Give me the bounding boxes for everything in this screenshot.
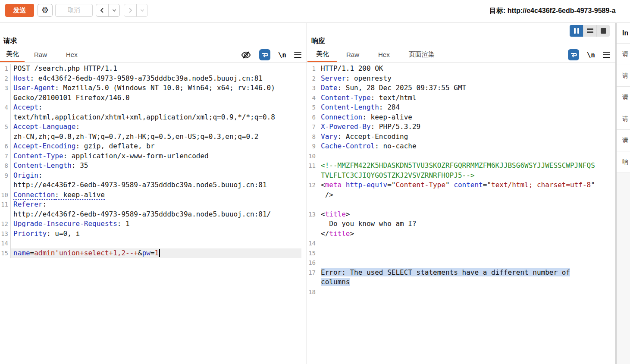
cancel-button[interactable]: 取消 [55, 4, 93, 17]
code-line[interactable]: 14 [307, 238, 615, 248]
code-line[interactable]: 7Content-Type: application/x-www-form-ur… [0, 151, 307, 161]
word-wrap-icon [570, 51, 577, 59]
response-pane: 响应 美化 Raw Hex 页面渲染 \n 1HTTP/1.1 200 OK2S… [307, 23, 616, 364]
line-number: 14 [307, 238, 318, 248]
code-line[interactable]: 13<title> [307, 210, 615, 220]
tab-hex[interactable]: Hex [369, 47, 399, 62]
chevron-down-icon [139, 7, 145, 13]
response-editor-icons: \n [568, 47, 610, 63]
code-line[interactable]: 12Upgrade-Insecure-Requests: 1 [0, 219, 307, 229]
code-line[interactable]: 11<!--MMZFM422K5HDASKDN5TVU3SKOZRFGQRRMM… [307, 161, 615, 171]
rows-layout-button[interactable] [583, 25, 596, 37]
tab-render[interactable]: 页面渲染 [399, 47, 444, 62]
inspector-title: In [617, 23, 630, 43]
line-number: 12 [307, 180, 318, 190]
code-line[interactable]: 1HTTP/1.1 200 OK [307, 64, 615, 74]
code-line[interactable]: 10Connection: keep-alive [0, 190, 307, 200]
line-number: 3 [307, 83, 318, 93]
panes: 请求 美化 Raw Hex \n [0, 22, 630, 364]
line-number: 16 [307, 258, 318, 268]
code-line[interactable]: http://e4c436f2-6edb-4973-9589-a735dddbc… [0, 180, 307, 190]
line-number: 10 [0, 190, 11, 200]
code-line[interactable] [307, 200, 615, 210]
code-line[interactable]: 2Host: e4c436f2-6edb-4973-9589-a735dddbc… [0, 74, 307, 84]
code-line[interactable]: 8Vary: Accept-Encoding [307, 132, 615, 142]
line-number [307, 219, 318, 229]
code-line[interactable]: zh-CN,zh;q=0.8,zh-TW;q=0.7,zh-HK;q=0.5,e… [0, 132, 307, 142]
line-number [0, 180, 11, 190]
code-line[interactable]: 18 [307, 287, 615, 297]
back-button[interactable] [96, 4, 108, 16]
line-number: 14 [0, 238, 11, 248]
line-number: 18 [307, 287, 318, 297]
line-number: 10 [307, 151, 318, 161]
request-pane: 请求 美化 Raw Hex \n [0, 23, 307, 364]
code-line[interactable]: http://e4c436f2-6edb-4973-9589-a735dddbc… [0, 210, 307, 220]
code-line[interactable]: 5Accept-Language: [0, 122, 307, 132]
tab-prettify[interactable]: 美化 [307, 47, 337, 62]
tab-raw[interactable]: Raw [25, 47, 56, 62]
send-button[interactable]: 发送 [5, 4, 34, 17]
response-editor[interactable]: 1HTTP/1.1 200 OK2Server: openresty3Date:… [307, 64, 615, 364]
tab-raw[interactable]: Raw [337, 47, 369, 62]
back-history-dropdown[interactable] [108, 4, 119, 16]
code-line[interactable]: text/html,application/xhtml+xml,applicat… [0, 113, 307, 122]
code-line[interactable]: 14 [0, 238, 307, 248]
menu-icon[interactable] [603, 52, 610, 58]
code-line[interactable]: 16 [307, 258, 615, 268]
code-line[interactable]: 3Date: Sun, 28 Dec 2025 09:37:55 GMT [307, 83, 615, 93]
code-line[interactable]: 3User-Agent: Mozilla/5.0 (Windows NT 10.… [0, 83, 307, 93]
code-line[interactable]: 4Accept: [0, 103, 307, 113]
single-layout-button[interactable] [596, 25, 610, 37]
hide-nonprintable-button[interactable] [241, 50, 251, 60]
code-line[interactable]: /> [307, 190, 615, 200]
code-line[interactable]: 10 [307, 151, 615, 161]
code-line[interactable]: 17Error: The used SELECT statements have… [307, 268, 615, 278]
columns-layout-button[interactable] [570, 25, 583, 37]
code-line[interactable]: 6Accept-Encoding: gzip, deflate, br [0, 141, 307, 151]
code-line[interactable]: TVLFLTC3CJIQYGOSTZKJ2VSVZRNRFHOPJ5--> [307, 171, 615, 181]
inspector-row[interactable]: 请 [617, 65, 630, 86]
code-line[interactable]: 4Content-Type: text/html [307, 93, 615, 103]
code-line[interactable]: Gecko/20100101 Firefox/146.0 [0, 93, 307, 103]
code-line[interactable]: 2Server: openresty [307, 74, 615, 84]
code-line[interactable]: 7X-Powered-By: PHP/5.3.29 [307, 122, 615, 132]
line-number [307, 277, 318, 287]
tab-hex[interactable]: Hex [56, 47, 87, 62]
code-line[interactable]: 9Origin: [0, 171, 307, 181]
code-line[interactable]: 12<meta http-equiv="Content-Type" conten… [307, 180, 615, 190]
forward-button[interactable] [124, 4, 136, 16]
code-line[interactable]: columns [307, 277, 615, 287]
line-number: 6 [307, 113, 318, 122]
code-line[interactable]: 1POST /search.php HTTP/1.1 [0, 64, 307, 74]
code-line[interactable]: 15 [307, 248, 615, 258]
soft-wrap-button[interactable] [568, 49, 579, 60]
code-line[interactable]: 11Referer: [0, 200, 307, 210]
inspector-rows: 请请请请请响 [617, 43, 630, 173]
settings-button[interactable]: ⚙ [38, 4, 53, 17]
code-line[interactable]: 15name=admin'union+select+1,2--+&pw=1 [0, 248, 307, 258]
newline-toggle-button[interactable]: \n [278, 51, 286, 59]
code-line[interactable]: 13Priority: u=0, i [0, 229, 307, 239]
inspector-row[interactable]: 请 [617, 86, 630, 108]
code-line[interactable]: Do you know who am I? [307, 219, 615, 229]
inspector-row[interactable]: 请 [617, 129, 630, 151]
code-line[interactable]: 6Connection: keep-alive [307, 113, 615, 122]
inspector-row[interactable]: 请 [617, 108, 630, 129]
newline-toggle-button[interactable]: \n [587, 51, 595, 59]
line-number: 9 [307, 141, 318, 151]
soft-wrap-button[interactable] [259, 49, 270, 60]
code-line[interactable]: 8Content-Length: 35 [0, 161, 307, 171]
tab-prettify[interactable]: 美化 [0, 47, 25, 62]
inspector-row[interactable]: 响 [617, 151, 630, 173]
forward-history-dropdown[interactable] [136, 4, 147, 16]
code-line[interactable]: 9Cache-Control: no-cache [307, 141, 615, 151]
inspector-row[interactable]: 请 [617, 43, 630, 65]
code-line[interactable]: </title> [307, 229, 615, 239]
line-number: 2 [0, 74, 11, 84]
forward-button-group [124, 4, 148, 17]
code-line[interactable]: 5Content-Length: 284 [307, 103, 615, 113]
request-editor[interactable]: 1POST /search.php HTTP/1.12Host: e4c436f… [0, 64, 307, 364]
line-number: 7 [307, 122, 318, 132]
menu-icon[interactable] [294, 52, 301, 58]
